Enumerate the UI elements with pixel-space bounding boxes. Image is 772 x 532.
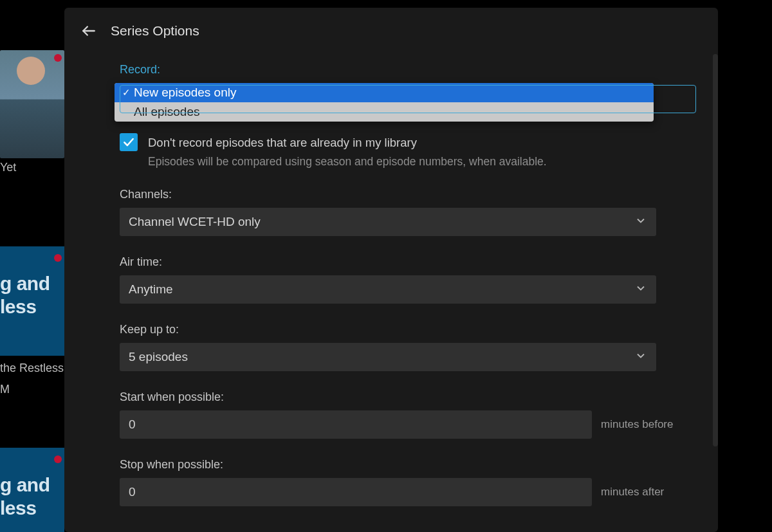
option-label: New episodes only: [134, 86, 236, 100]
record-dropdown-listbox[interactable]: ✓ New episodes only ✓ All episodes: [115, 83, 654, 122]
channels-label: Channels:: [120, 188, 699, 201]
channels-select[interactable]: Channel WCET-HD only: [120, 208, 656, 236]
bg-label-3: M: [0, 383, 10, 396]
dialog-header: Series Options: [64, 8, 718, 54]
skip-library-row: Don't record episodes that are already i…: [120, 133, 699, 152]
keep-select[interactable]: 5 episodes: [120, 343, 656, 371]
bg-thumbnail-person: [0, 50, 64, 158]
dialog-title: Series Options: [111, 23, 199, 39]
bg-card-title-line1: g and: [0, 473, 64, 497]
recording-dot-icon: [54, 54, 62, 62]
recording-dot-icon: [54, 455, 62, 463]
record-option-new-episodes[interactable]: ✓ New episodes only: [115, 83, 654, 102]
bg-card-title-line2: less: [0, 497, 64, 520]
skip-library-checkbox[interactable]: [120, 133, 138, 151]
dialog-body: Record: ✓ New episodes only ✓ All episod…: [64, 54, 718, 532]
bg-card-title-line1: g and: [0, 272, 64, 295]
check-icon: ✓: [121, 87, 131, 98]
start-label: Start when possible:: [120, 390, 699, 404]
channels-value: Channel WCET-HD only: [129, 215, 261, 229]
series-options-dialog: Series Options Record: ✓ New episodes on…: [64, 8, 718, 532]
bg-label-1: Yet: [0, 161, 16, 174]
bg-card-1: g and less: [0, 246, 64, 356]
arrow-left-icon: [80, 23, 97, 39]
record-option-all-episodes[interactable]: ✓ All episodes: [115, 102, 654, 122]
airtime-select[interactable]: Anytime: [120, 275, 656, 304]
stop-label: Stop when possible:: [120, 458, 699, 472]
bg-card-title-line2: less: [0, 295, 64, 318]
stop-input-row: minutes after: [120, 478, 699, 506]
chevron-down-icon: [634, 282, 647, 297]
bg-label-2: the Restless: [0, 362, 64, 375]
stop-suffix: minutes after: [601, 486, 664, 499]
back-button[interactable]: [78, 21, 99, 41]
airtime-value: Anytime: [129, 282, 173, 297]
checkmark-icon: [122, 136, 135, 149]
record-label: Record:: [120, 63, 699, 77]
start-suffix: minutes before: [601, 418, 673, 431]
skip-library-text: Don't record episodes that are already i…: [148, 133, 417, 152]
background-layer: Yet g and less the Restless M g and less: [0, 0, 64, 532]
keep-label: Keep up to:: [120, 323, 699, 336]
option-label: All episodes: [134, 105, 199, 119]
start-input-row: minutes before: [120, 410, 699, 439]
keep-value: 5 episodes: [129, 350, 188, 364]
start-input[interactable]: [120, 410, 592, 439]
airtime-label: Air time:: [120, 255, 699, 269]
chevron-down-icon: [634, 214, 647, 230]
chevron-down-icon: [634, 349, 647, 365]
scrollbar[interactable]: [713, 54, 718, 446]
bg-card-2: g and less: [0, 448, 64, 532]
recording-dot-icon: [54, 254, 62, 262]
stop-input[interactable]: [120, 478, 592, 506]
skip-library-subtext: Episodes will be compared using season a…: [148, 155, 699, 169]
